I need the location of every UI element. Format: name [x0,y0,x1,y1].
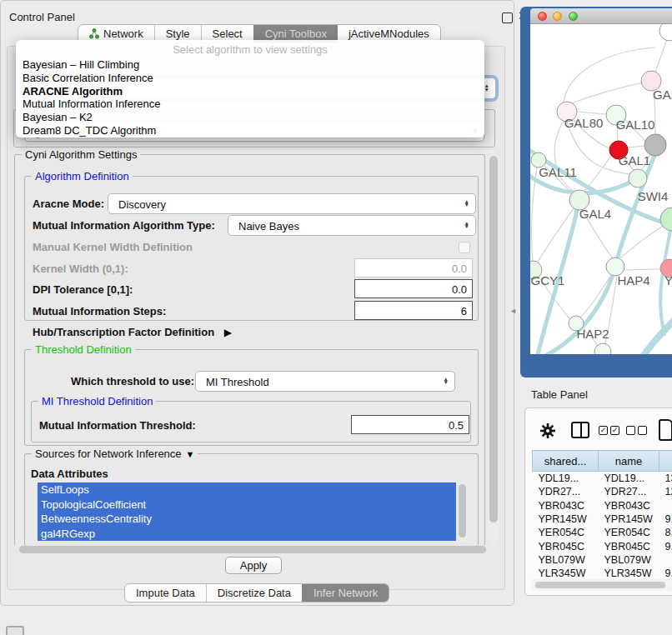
table-row[interactable]: YBR045CYBR045C9. [533,539,672,552]
mi-type-select[interactable]: Naive Bayes [228,215,476,236]
mi-type-label: Mutual Information Algorithm Type: [33,219,215,232]
node-label: Y [664,273,672,288]
network-edge [537,208,574,263]
dropdown-prompt: Select algorithm to view settings [16,40,484,58]
node-table[interactable]: shared...nameAYDL19...YDL19...13YDR27...… [532,450,672,594]
table-hscroll-track[interactable] [532,579,672,591]
algorithm-option[interactable]: ARACNE Algorithm [16,85,484,98]
node-label: GAL80 [564,116,604,130]
attribute-item[interactable]: gal4RGexp [38,527,456,542]
float-panel-icon[interactable] [6,626,24,635]
table-row[interactable]: YLR345WYLR345W9. [533,567,672,580]
algorithm-option[interactable]: Basic Correlation Inference [16,72,484,85]
table-header-row: shared...nameA [533,451,672,472]
deselect-all-checkbox-icon2[interactable] [638,426,647,435]
select-all-checkbox-icon[interactable] [599,426,608,435]
attribute-item[interactable]: SelfLoops [38,482,456,498]
network-node[interactable] [659,24,672,41]
node-label: GAL4 [579,207,611,221]
dpi-tolerance-field[interactable]: 0.0 [354,279,473,298]
network-node[interactable] [629,169,647,188]
mi-steps-label: Mutual Information Steps: [33,305,166,318]
control-panel-window: Control Panel ✕ NetworkStyleSelectCyni T… [0,0,514,606]
tab-discretize-data[interactable]: Discretize Data [206,584,302,602]
kernel-width-field[interactable]: 0.0 [354,258,473,278]
table-row[interactable]: YBL079WYBL079W [533,553,672,567]
algorithm-option[interactable]: Mutual Information Inference [16,98,484,111]
column-header[interactable]: shared... [533,451,599,472]
node-label: GCY1 [531,273,565,288]
network-edge [577,112,606,114]
network-node-swi4[interactable] [660,208,672,231]
network-edge [569,81,651,104]
node-label: HAP4 [617,273,649,288]
zoom-traffic-icon[interactable] [569,12,578,21]
network-window-titlebar[interactable] [530,8,672,24]
panel-splitter-arrow[interactable]: ◄ [509,307,517,315]
select-all-checkbox-icon2[interactable] [610,426,619,435]
new-table-icon[interactable] [659,419,672,441]
column-header[interactable]: name [599,451,659,472]
table-row[interactable]: YDL19...YDL19...13 [533,472,672,486]
node-label: GAL1 [619,153,650,168]
node-label: HAP2 [576,327,609,341]
gear-icon[interactable] [539,422,556,439]
float-window-icon[interactable] [502,12,513,23]
manual-kernel-checkbox[interactable] [459,242,470,253]
node-label: GAL10 [616,118,655,132]
apply-button[interactable]: Apply [225,557,282,574]
table-panel-title: Table Panel [531,388,588,401]
settings-horizontal-scrollbar[interactable] [19,546,486,553]
table-row[interactable]: YDR27...YDR27...12 [533,485,672,498]
attribute-item[interactable]: BetweennessCentrality [38,512,456,527]
column-layout-icon[interactable] [571,422,589,438]
data-attributes-label: Data Attributes [31,468,108,480]
spinner-icon [484,84,489,92]
kernel-width-label: Kernel Width (0,1): [33,262,128,275]
network-graph: GALGAL80GAL10GAL1GAL11GAL4SWI4HAP4YGCY1H… [530,24,672,354]
network-edge [624,269,660,270]
table-row[interactable]: YPR145WYPR145W9. [533,512,672,526]
network-edge [634,318,672,354]
network-canvas[interactable]: GALGAL80GAL10GAL1GAL11GAL4SWI4HAP4YGCY1H… [530,24,672,354]
mi-steps-field[interactable]: 6 [354,301,473,320]
network-icon [89,28,99,39]
sources-collapse-icon[interactable]: Sources for Network Inference [32,448,198,460]
mi-threshold-label: Mutual Information Threshold: [39,419,196,432]
algorithm-list: Bayesian – Hill ClimbingBasic Correlatio… [16,58,484,138]
aracne-mode-select[interactable]: Discovery [108,193,476,214]
algorithm-dropdown-popup: Select algorithm to view settings Bayesi… [16,40,484,138]
algorithm-option[interactable]: Bayesian – K2 [16,111,484,124]
table-row[interactable]: YER054CYER054C8. [533,526,672,539]
node-label: SWI4 [638,189,669,203]
dpi-tolerance-label: DPI Tolerance [0,1]: [33,283,133,296]
data-attributes-list[interactable]: SelfLoopsTopologicalCoefficientBetweenne… [38,482,456,541]
cyni-mode-tabs: Impute DataDiscretize DataInfer Network [124,583,389,602]
deselect-all-checkbox-icon[interactable] [626,426,635,435]
which-threshold-label: Which threshold to use: [71,375,194,388]
column-header[interactable]: A [659,451,672,472]
tab-infer-network[interactable]: Infer Network [302,584,389,602]
algorithm-option[interactable]: Bayesian – Hill Climbing [16,58,484,72]
minimize-traffic-icon[interactable] [553,12,562,21]
attributes-scrollbar[interactable] [457,482,467,541]
network-edge [628,146,644,148]
manual-kernel-label: Manual Kernel Width Definition [33,241,193,253]
node-label: GAL [653,88,672,102]
close-traffic-icon[interactable] [538,12,547,21]
table-row[interactable]: YBR043CYBR043C [533,499,672,512]
hub-definition-expander[interactable]: Hub/Transcription Factor Definition [33,326,232,338]
aracne-mode-label: Aracne Mode: [33,198,104,210]
network-edge [564,48,655,102]
settings-vertical-scrollbar[interactable] [488,154,499,546]
tab-impute-data[interactable]: Impute Data [125,584,206,602]
table-panel: shared...nameAYDL19...YDL19...13YDR27...… [524,408,672,596]
control-panel-title: Control Panel [9,11,75,23]
desktop: { "window": { "title": "Control Panel" }… [0,0,672,635]
which-threshold-select[interactable]: MI Threshold [195,371,455,392]
spinner-icon [444,378,449,385]
spinner-icon [464,222,469,229]
algorithm-option[interactable]: Dream8 DC_TDC Algorithm [16,124,484,138]
mi-threshold-field[interactable]: 0.5 [351,415,469,434]
attribute-item[interactable]: TopologicalCoefficient [38,498,456,512]
